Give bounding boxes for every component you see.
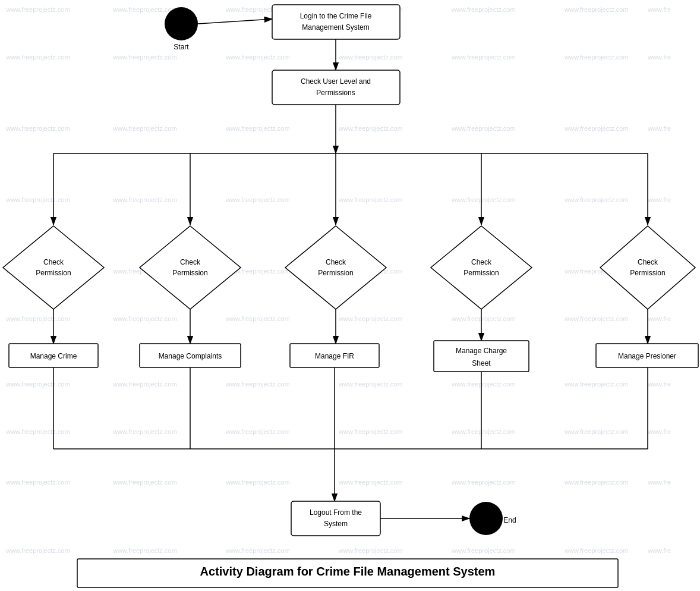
svg-text:www.freeprojectz.com: www.freeprojectz.com	[564, 479, 629, 486]
svg-text:www.freeprojectz.com: www.freeprojectz.com	[451, 315, 516, 322]
svg-text:www.freeprojectz.com: www.freeprojectz.com	[451, 6, 516, 13]
svg-text:www.fre: www.fre	[647, 547, 671, 554]
svg-text:www.freeprojectz.com: www.freeprojectz.com	[451, 547, 516, 554]
end-circle	[469, 502, 503, 535]
svg-text:www.freeprojectz.com: www.freeprojectz.com	[5, 315, 70, 322]
svg-text:www.fre: www.fre	[647, 125, 671, 132]
manage-complaints-text: Manage Complaints	[159, 352, 222, 360]
manage-crime-text: Manage Crime	[30, 352, 77, 360]
svg-text:www.freeprojectz.com: www.freeprojectz.com	[451, 381, 516, 388]
arrow-start-login	[198, 19, 272, 24]
svg-text:www.freeprojectz.com: www.freeprojectz.com	[451, 54, 516, 61]
svg-text:www.freeprojectz.com: www.freeprojectz.com	[5, 6, 70, 13]
login-text-line2: Management System	[302, 23, 369, 32]
svg-text:www.freeprojectz.com: www.freeprojectz.com	[112, 315, 177, 322]
svg-text:www.freeprojectz.com: www.freeprojectz.com	[112, 479, 177, 486]
svg-text:www.freeprojectz.com: www.freeprojectz.com	[564, 54, 629, 61]
svg-text:www.freeprojectz.com: www.freeprojectz.com	[5, 125, 70, 132]
manage-charge-text2: Sheet	[472, 359, 491, 367]
svg-text:www.freeprojectz.com: www.freeprojectz.com	[338, 547, 403, 554]
svg-text:www.freeprojectz.com: www.freeprojectz.com	[225, 547, 290, 554]
svg-text:www.fre: www.fre	[647, 196, 671, 203]
diamond5	[600, 226, 695, 309]
diamond5-text1: Check	[638, 258, 658, 266]
svg-text:www.freeprojectz.com: www.freeprojectz.com	[5, 479, 70, 486]
start-label: Start	[174, 43, 189, 51]
svg-text:www.freeprojectz.com: www.freeprojectz.com	[564, 196, 629, 203]
diamond2	[140, 226, 241, 309]
svg-text:www.freeprojectz.com: www.freeprojectz.com	[338, 125, 403, 132]
svg-text:www.fre: www.fre	[647, 54, 671, 61]
end-label: End	[503, 516, 516, 524]
diamond2-text1: Check	[180, 258, 201, 266]
svg-text:www.freeprojectz.com: www.freeprojectz.com	[112, 54, 177, 61]
start-circle	[165, 7, 198, 40]
svg-text:www.freeprojectz.com: www.freeprojectz.com	[338, 381, 403, 388]
manage-fir-text: Manage FIR	[315, 352, 354, 360]
check-permissions-line2: Permissions	[316, 89, 355, 97]
diamond4	[431, 226, 532, 309]
diamond3-text2: Permission	[318, 269, 353, 277]
svg-text:www.freeprojectz.com: www.freeprojectz.com	[451, 196, 516, 203]
logout-text1: Logout From the	[310, 508, 362, 517]
svg-text:www.freeprojectz.com: www.freeprojectz.com	[451, 479, 516, 486]
svg-text:www.freeprojectz.com: www.freeprojectz.com	[112, 196, 177, 203]
svg-text:www.freeprojectz.com: www.freeprojectz.com	[564, 547, 629, 554]
diamond3	[285, 226, 386, 309]
login-text-line1: Login to the Crime File	[300, 12, 372, 20]
svg-text:www.fre: www.fre	[647, 428, 671, 435]
diamond1-text1: Check	[43, 258, 64, 266]
svg-text:www.freeprojectz.com: www.freeprojectz.com	[225, 196, 290, 203]
svg-text:www.freeprojectz.com: www.freeprojectz.com	[225, 315, 290, 322]
diamond4-text1: Check	[471, 258, 492, 266]
logout-box	[291, 501, 380, 536]
svg-text:www.freeprojectz.com: www.freeprojectz.com	[564, 428, 629, 435]
svg-text:www.freeprojectz.com: www.freeprojectz.com	[112, 381, 177, 388]
svg-text:www.freeprojectz.com: www.freeprojectz.com	[112, 6, 177, 13]
manage-charge-text1: Manage Charge	[456, 347, 507, 355]
svg-text:www.freeprojectz.com: www.freeprojectz.com	[225, 54, 290, 61]
check-permissions-box	[272, 70, 400, 105]
svg-text:www.freeprojectz.com: www.freeprojectz.com	[112, 428, 177, 435]
svg-text:www.freeprojectz.com: www.freeprojectz.com	[338, 428, 403, 435]
svg-text:www.freeprojectz.com: www.freeprojectz.com	[112, 547, 177, 554]
svg-text:www.freeprojectz.com: www.freeprojectz.com	[338, 54, 403, 61]
svg-text:www.freeprojectz.com: www.freeprojectz.com	[225, 479, 290, 486]
diagram-container: www.freeprojectz.com www.freeprojectz.co…	[0, 0, 700, 591]
svg-text:www.freeprojectz.com: www.freeprojectz.com	[5, 381, 70, 388]
svg-text:www.fre: www.fre	[647, 6, 671, 13]
check-permissions-line1: Check User Level and	[301, 77, 371, 86]
svg-text:www.freeprojectz.com: www.freeprojectz.com	[451, 428, 516, 435]
svg-text:www.freeprojectz.com: www.freeprojectz.com	[5, 54, 70, 61]
diamond4-text2: Permission	[463, 269, 499, 277]
diamond5-text2: Permission	[630, 269, 665, 277]
diamond3-text1: Check	[326, 258, 346, 266]
svg-text:www.freeprojectz.com: www.freeprojectz.com	[225, 428, 290, 435]
svg-text:www.freeprojectz.com: www.freeprojectz.com	[5, 547, 70, 554]
svg-text:www.freeprojectz.com: www.freeprojectz.com	[225, 125, 290, 132]
svg-text:www.freeprojectz.com: www.freeprojectz.com	[564, 315, 629, 322]
svg-text:www.freeprojectz.com: www.freeprojectz.com	[338, 196, 403, 203]
svg-text:www.freeprojectz.com: www.freeprojectz.com	[564, 125, 629, 132]
svg-text:www.freeprojectz.com: www.freeprojectz.com	[5, 196, 70, 203]
caption-text: Activity Diagram for Crime File Manageme…	[200, 565, 496, 578]
svg-text:www.freeprojectz.com: www.freeprojectz.com	[451, 125, 516, 132]
svg-text:www.fre: www.fre	[647, 381, 671, 388]
svg-text:www.freeprojectz.com: www.freeprojectz.com	[112, 125, 177, 132]
diamond1-text2: Permission	[36, 269, 71, 277]
svg-text:www.freeprojectz.com: www.freeprojectz.com	[225, 381, 290, 388]
svg-text:www.freeprojectz.com: www.freeprojectz.com	[338, 315, 403, 322]
login-box	[272, 5, 400, 39]
diamond1	[3, 226, 104, 309]
svg-text:www.freeprojectz.com: www.freeprojectz.com	[564, 381, 629, 388]
diamond2-text2: Permission	[172, 269, 207, 277]
svg-text:www.fre: www.fre	[647, 479, 671, 486]
svg-text:www.freeprojectz.com: www.freeprojectz.com	[564, 6, 629, 13]
svg-text:www.fre: www.fre	[647, 315, 671, 322]
svg-text:www.freeprojectz.com: www.freeprojectz.com	[338, 479, 403, 486]
manage-prisoner-text: Manage Presioner	[618, 352, 676, 360]
logout-text2: System	[324, 520, 348, 528]
svg-text:www.freeprojectz.com: www.freeprojectz.com	[5, 428, 70, 435]
